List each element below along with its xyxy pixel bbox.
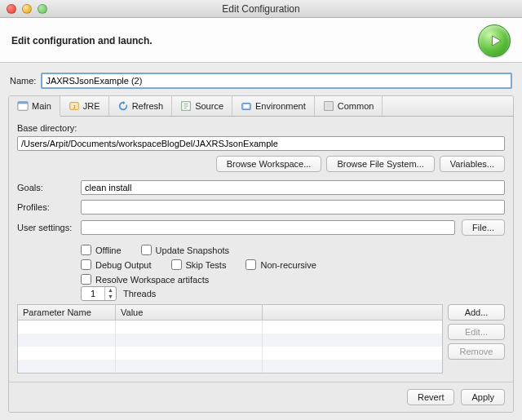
window-title: Edit Configuration [0, 3, 522, 15]
non-recursive-label: Non-recursive [260, 260, 316, 270]
non-recursive-checkbox[interactable]: Non-recursive [246, 259, 316, 270]
name-label: Name: [10, 76, 36, 86]
tab-jre[interactable]: J JRE [60, 96, 109, 116]
titlebar: Edit Configuration [0, 0, 522, 18]
svg-rect-6 [244, 104, 250, 108]
dialog-header-title: Edit configuration and launch. [11, 35, 153, 46]
edit-button[interactable]: Edit... [448, 324, 505, 340]
goals-input[interactable] [81, 180, 505, 195]
tab-source[interactable]: Source [172, 96, 232, 116]
resolve-workspace-label: Resolve Workspace artifacts [95, 275, 209, 285]
common-icon [323, 100, 334, 112]
apply-button[interactable]: Apply [461, 389, 505, 405]
tab-main-label: Main [32, 101, 51, 111]
name-input[interactable] [41, 73, 512, 89]
tab-common[interactable]: Common [315, 96, 383, 116]
svg-rect-8 [325, 104, 331, 109]
update-snapshots-checkbox[interactable]: Update Snapshots [141, 245, 230, 255]
threads-value[interactable] [82, 289, 104, 298]
table-row[interactable] [18, 360, 442, 373]
revert-button[interactable]: Revert [407, 389, 454, 405]
tab-main[interactable]: Main [9, 96, 60, 117]
stepper-up-icon[interactable]: ▲ [105, 287, 116, 294]
config-panel: Main J JRE Refresh Source Environment Co… [8, 95, 514, 413]
offline-checkbox[interactable]: Offline [81, 245, 122, 255]
svg-rect-1 [18, 102, 28, 104]
jre-icon: J [69, 100, 80, 112]
parameters-table[interactable]: Parameter Name Value [17, 304, 443, 374]
environment-icon [241, 100, 252, 112]
name-row: Name: [8, 66, 514, 95]
file-button[interactable]: File... [462, 219, 505, 236]
update-snapshots-label: Update Snapshots [156, 245, 230, 255]
debug-output-label: Debug Output [95, 260, 152, 270]
stepper-down-icon[interactable]: ▼ [105, 294, 116, 300]
variables-button[interactable]: Variables... [440, 156, 505, 172]
threads-stepper[interactable]: ▲▼ [81, 286, 117, 301]
close-window-icon[interactable] [7, 4, 16, 14]
tab-jre-label: JRE [83, 101, 100, 111]
source-icon [180, 100, 192, 112]
skip-tests-label: Skip Tests [186, 260, 227, 270]
base-directory-label: Base directory: [17, 123, 505, 133]
goals-label: Goals: [17, 183, 74, 192]
user-settings-label: User settings: [17, 223, 74, 232]
browse-workspace-button[interactable]: Browse Workspace... [216, 156, 322, 172]
svg-text:J: J [73, 104, 75, 109]
dialog-header: Edit configuration and launch. [0, 18, 522, 63]
tab-environment[interactable]: Environment [232, 96, 315, 116]
threads-label: Threads [123, 289, 156, 298]
browse-filesystem-button[interactable]: Browse File System... [326, 156, 434, 172]
table-header-value: Value [116, 305, 263, 320]
refresh-icon [117, 100, 129, 112]
minimize-window-icon[interactable] [22, 4, 32, 14]
debug-output-checkbox[interactable]: Debug Output [81, 259, 152, 270]
skip-tests-checkbox[interactable]: Skip Tests [171, 259, 227, 270]
table-row[interactable] [18, 334, 442, 347]
tab-source-label: Source [195, 101, 223, 111]
tab-refresh-label: Refresh [132, 101, 164, 111]
tab-body-main: Base directory: Browse Workspace... Brow… [9, 117, 513, 382]
user-settings-input[interactable] [81, 220, 455, 235]
tabs: Main J JRE Refresh Source Environment Co… [9, 96, 513, 117]
add-button[interactable]: Add... [448, 304, 505, 321]
profiles-label: Profiles: [17, 202, 74, 212]
table-row[interactable] [18, 347, 442, 360]
table-header-name: Parameter Name [18, 305, 116, 320]
main-icon [17, 100, 29, 112]
table-header-rest [263, 305, 442, 320]
tab-environment-label: Environment [255, 101, 306, 111]
tab-refresh[interactable]: Refresh [109, 96, 173, 116]
bottom-bar: ? Close Run [0, 413, 522, 420]
resolve-workspace-checkbox[interactable]: Resolve Workspace artifacts [81, 274, 209, 285]
run-icon [478, 24, 511, 57]
window-controls [7, 4, 47, 14]
remove-button[interactable]: Remove [448, 343, 505, 360]
table-row[interactable] [18, 321, 442, 334]
profiles-input[interactable] [81, 200, 505, 214]
tab-common-label: Common [338, 101, 374, 111]
base-directory-input[interactable] [17, 136, 505, 151]
zoom-window-icon[interactable] [38, 4, 47, 14]
offline-label: Offline [95, 245, 122, 255]
